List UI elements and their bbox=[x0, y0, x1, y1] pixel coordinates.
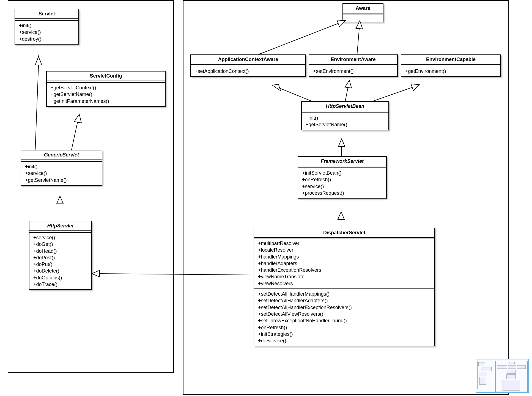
package-servlet-api bbox=[8, 0, 174, 373]
methods: +init() +getServletName() bbox=[302, 113, 388, 130]
methods: +setApplicationContext() bbox=[191, 66, 305, 76]
class-name: ApplicationContextAware bbox=[191, 55, 305, 65]
class-environment-aware[interactable]: EnvironmentAware +setEnvironment() bbox=[309, 54, 398, 77]
class-aware[interactable]: Aware bbox=[342, 3, 383, 22]
methods: +initServletBean() +onRefresh() +service… bbox=[298, 168, 386, 198]
class-name: DispatcherServlet bbox=[254, 228, 434, 238]
methods: +init() +service() +destroy() bbox=[15, 21, 78, 44]
class-http-servlet-bean[interactable]: HttpServletBean +init() +getServletName(… bbox=[301, 101, 389, 130]
class-name: ServletConfig bbox=[47, 72, 165, 81]
class-name: FrameworkServlet bbox=[298, 157, 386, 166]
class-name: EnvironmentCapable bbox=[401, 55, 500, 65]
class-name: GenericServlet bbox=[21, 150, 102, 160]
methods: +setEnvironment() bbox=[309, 66, 397, 76]
methods bbox=[343, 15, 383, 22]
class-http-servlet[interactable]: HttpServlet +service() +doGet() +doHead(… bbox=[29, 221, 92, 290]
uml-canvas[interactable]: Servlet +init() +service() +destroy() Se… bbox=[0, 0, 532, 396]
attributes: +multipartResolver +localeResolver +hand… bbox=[254, 238, 434, 288]
class-name: Servlet bbox=[15, 9, 78, 19]
methods: +getServletContext() +getServletName() +… bbox=[47, 83, 165, 106]
class-name: HttpServlet bbox=[29, 221, 91, 231]
class-servlet-config[interactable]: ServletConfig +getServletContext() +getS… bbox=[46, 71, 166, 107]
methods: +service() +doGet() +doHead() +doPost() … bbox=[29, 233, 91, 289]
class-name: HttpServletBean bbox=[302, 102, 388, 111]
class-name: EnvironmentAware bbox=[309, 55, 397, 65]
methods: +getEnvironment() bbox=[401, 66, 500, 76]
class-servlet[interactable]: Servlet +init() +service() +destroy() bbox=[15, 9, 79, 45]
class-dispatcher-servlet[interactable]: DispatcherServlet +multipartResolver +lo… bbox=[254, 228, 435, 346]
methods: +init() +service() +getServletName() bbox=[21, 162, 102, 185]
class-environment-capable[interactable]: EnvironmentCapable +getEnvironment() bbox=[401, 54, 501, 77]
methods: +setDetectAllHandlerMappings() +setDetec… bbox=[254, 288, 434, 346]
class-generic-servlet[interactable]: GenericServlet +init() +service() +getSe… bbox=[21, 150, 102, 186]
class-framework-servlet[interactable]: FrameworkServlet +initServletBean() +onR… bbox=[298, 156, 387, 199]
minimap[interactable] bbox=[476, 359, 529, 393]
class-application-context-aware[interactable]: ApplicationContextAware +setApplicationC… bbox=[190, 54, 306, 77]
class-name: Aware bbox=[343, 4, 383, 13]
